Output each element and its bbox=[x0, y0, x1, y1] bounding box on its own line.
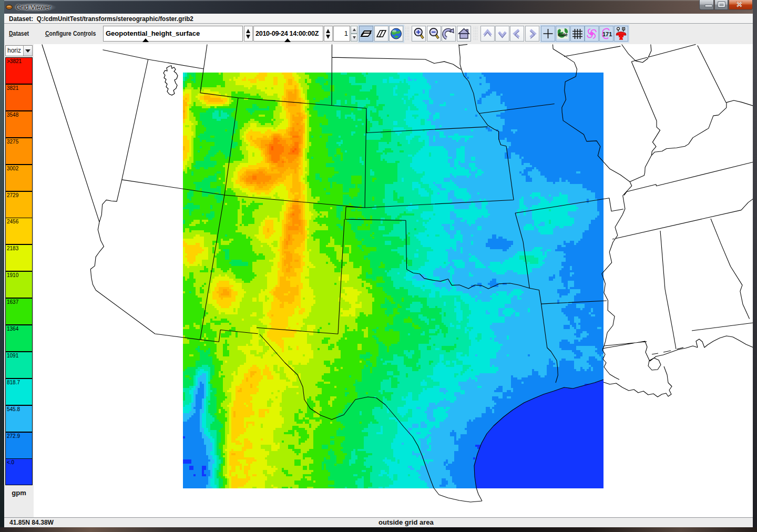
svg-text:171: 171 bbox=[602, 31, 612, 37]
svg-text:date: date bbox=[558, 32, 568, 37]
